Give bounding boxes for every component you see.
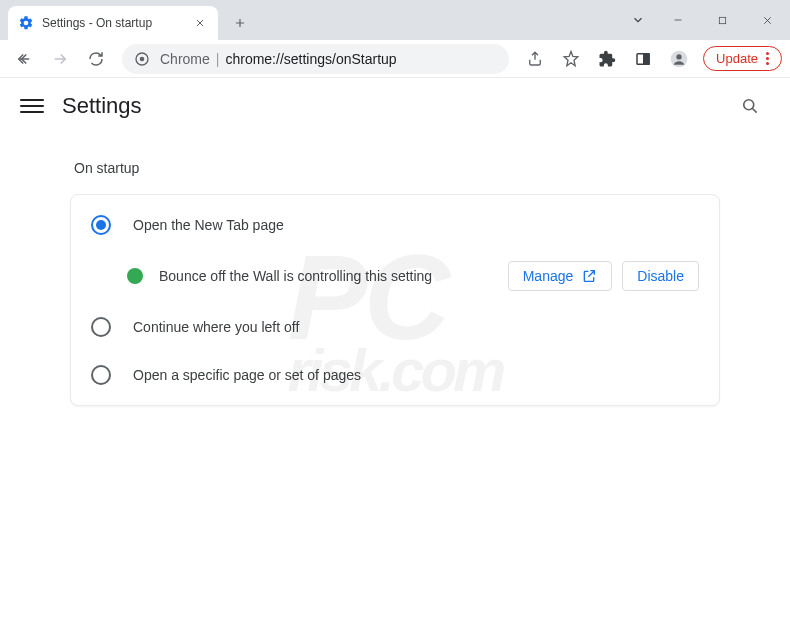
close-window-button[interactable] xyxy=(745,5,790,35)
search-button[interactable] xyxy=(730,86,770,126)
startup-card: Open the New Tab page Bounce off the Wal… xyxy=(70,194,720,406)
page-title: Settings xyxy=(62,93,142,119)
extensions-icon[interactable] xyxy=(591,43,623,75)
radio-checked[interactable] xyxy=(91,215,111,235)
svg-rect-0 xyxy=(719,17,725,23)
option-new-tab[interactable]: Open the New Tab page xyxy=(71,201,719,249)
window-titlebar: Settings - On startup xyxy=(0,0,790,40)
url-text: chrome://settings/onStartup xyxy=(225,51,396,67)
close-tab-icon[interactable] xyxy=(192,15,208,31)
update-button[interactable]: Update xyxy=(703,46,782,71)
option-label: Continue where you left off xyxy=(133,319,299,335)
browser-toolbar: Chrome | chrome://settings/onStartup Upd… xyxy=(0,40,790,78)
browser-tab[interactable]: Settings - On startup xyxy=(8,6,218,40)
external-link-icon xyxy=(581,268,597,284)
settings-content: On startup Open the New Tab page Bounce … xyxy=(0,134,790,406)
update-label: Update xyxy=(716,51,758,66)
profile-icon[interactable] xyxy=(663,43,695,75)
window-controls xyxy=(621,0,790,40)
address-bar[interactable]: Chrome | chrome://settings/onStartup xyxy=(122,44,509,74)
radio-unchecked[interactable] xyxy=(91,365,111,385)
section-title: On startup xyxy=(70,160,720,176)
url-separator: | xyxy=(216,51,220,67)
new-tab-button[interactable] xyxy=(226,9,254,37)
kebab-menu-icon xyxy=(766,52,769,65)
maximize-button[interactable] xyxy=(700,5,745,35)
svg-point-7 xyxy=(744,100,754,110)
tab-title: Settings - On startup xyxy=(42,16,192,30)
radio-unchecked[interactable] xyxy=(91,317,111,337)
svg-rect-4 xyxy=(644,53,649,64)
extension-notice: Bounce off the Wall is controlling this … xyxy=(71,249,719,303)
manage-label: Manage xyxy=(523,268,574,284)
option-specific-page[interactable]: Open a specific page or set of pages xyxy=(71,351,719,399)
disable-label: Disable xyxy=(637,268,684,284)
forward-button[interactable] xyxy=(44,43,76,75)
option-label: Open a specific page or set of pages xyxy=(133,367,361,383)
url-prefix: Chrome xyxy=(160,51,210,67)
extension-indicator-icon xyxy=(127,268,143,284)
back-button[interactable] xyxy=(8,43,40,75)
chrome-icon xyxy=(134,51,150,67)
bookmark-icon[interactable] xyxy=(555,43,587,75)
hamburger-menu-icon[interactable] xyxy=(20,94,44,118)
settings-header: Settings xyxy=(0,78,790,134)
svg-point-6 xyxy=(676,54,681,59)
extension-message: Bounce off the Wall is controlling this … xyxy=(159,268,498,284)
gear-icon xyxy=(18,15,34,31)
chevron-down-icon[interactable] xyxy=(621,5,655,35)
sidepanel-icon[interactable] xyxy=(627,43,659,75)
svg-point-2 xyxy=(140,56,145,61)
minimize-button[interactable] xyxy=(655,5,700,35)
option-label: Open the New Tab page xyxy=(133,217,284,233)
disable-button[interactable]: Disable xyxy=(622,261,699,291)
reload-button[interactable] xyxy=(80,43,112,75)
share-icon[interactable] xyxy=(519,43,551,75)
manage-button[interactable]: Manage xyxy=(508,261,613,291)
option-continue[interactable]: Continue where you left off xyxy=(71,303,719,351)
